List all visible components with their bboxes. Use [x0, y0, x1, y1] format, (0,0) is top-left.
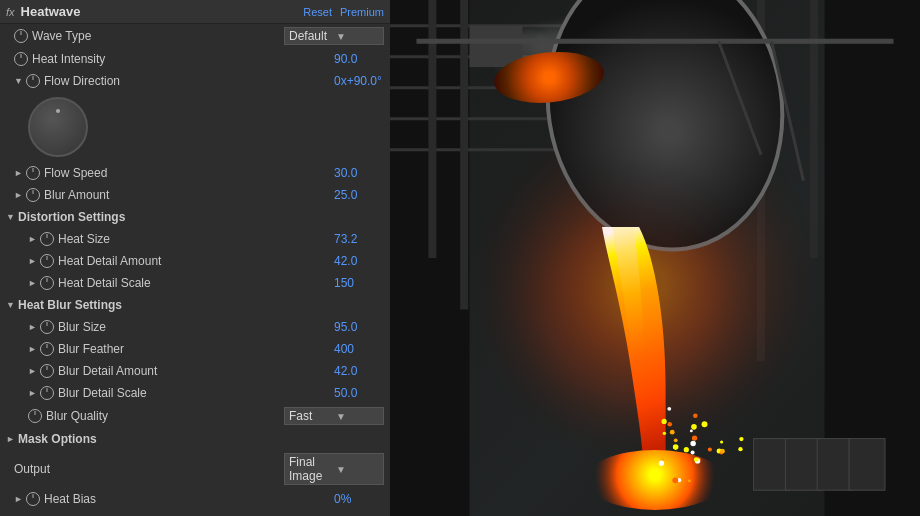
output-row: Output Final Image ▼: [0, 450, 390, 488]
blur-quality-arrow-icon: ▼: [336, 411, 379, 422]
blur-size-value[interactable]: 95.0: [334, 320, 384, 334]
heat-blur-settings-label: Heat Blur Settings: [18, 298, 122, 312]
blur-detail-scale-label: Blur Detail Scale: [58, 386, 334, 400]
wave-type-stopwatch-icon[interactable]: [14, 29, 28, 43]
distortion-settings-header: Distortion Settings: [0, 206, 390, 228]
preview-canvas: [390, 0, 920, 516]
blur-quality-value: Fast: [289, 409, 332, 423]
fx-title: Heatwave: [21, 4, 304, 19]
flow-direction-label: Flow Direction: [44, 74, 334, 88]
heat-detail-scale-row: Heat Detail Scale 150: [0, 272, 390, 294]
heat-detail-amount-label: Heat Detail Amount: [58, 254, 334, 268]
heat-bias-toggle-icon[interactable]: [14, 494, 24, 504]
blur-amount-stopwatch-icon[interactable]: [26, 188, 40, 202]
blur-detail-amount-value[interactable]: 42.0: [334, 364, 384, 378]
heat-detail-amount-stopwatch-icon[interactable]: [40, 254, 54, 268]
fx-label: fx: [6, 6, 15, 18]
output-label: Output: [14, 462, 284, 476]
blur-detail-amount-row: Blur Detail Amount 42.0: [0, 360, 390, 382]
blur-feather-row: Blur Feather 400: [0, 338, 390, 360]
blur-size-stopwatch-icon[interactable]: [40, 320, 54, 334]
wave-type-arrow-icon: ▼: [336, 31, 379, 42]
mask-options-toggle-icon[interactable]: [6, 434, 16, 444]
wave-type-dropdown[interactable]: Default ▼: [284, 27, 384, 45]
heat-intensity-row: Heat Intensity 90.0: [0, 48, 390, 70]
heat-detail-scale-stopwatch-icon[interactable]: [40, 276, 54, 290]
flow-speed-label: Flow Speed: [44, 166, 334, 180]
flow-direction-value[interactable]: 0x+90.0°: [334, 74, 384, 88]
blur-detail-amount-toggle-icon[interactable]: [28, 366, 38, 376]
flow-direction-dial-row: [0, 92, 390, 162]
reset-button[interactable]: Reset: [303, 6, 332, 18]
heat-bias-value[interactable]: 0%: [334, 492, 384, 506]
heat-size-row: Heat Size 73.2: [0, 228, 390, 250]
flow-speed-value[interactable]: 30.0: [334, 166, 384, 180]
wave-type-value: Default: [289, 29, 332, 43]
blur-feather-label: Blur Feather: [58, 342, 334, 356]
blur-amount-value[interactable]: 25.0: [334, 188, 384, 202]
output-dropdown[interactable]: Final Image ▼: [284, 453, 384, 485]
wave-type-row: Wave Type Default ▼: [0, 24, 390, 48]
heat-blur-settings-header: Heat Blur Settings: [0, 294, 390, 316]
blur-size-row: Blur Size 95.0: [0, 316, 390, 338]
blur-detail-amount-stopwatch-icon[interactable]: [40, 364, 54, 378]
heat-detail-amount-value[interactable]: 42.0: [334, 254, 384, 268]
wave-type-label: Wave Type: [32, 29, 284, 43]
heat-bias-label: Heat Bias: [44, 492, 334, 506]
fx-header: fx Heatwave Reset Premium: [0, 0, 390, 24]
blur-detail-scale-row: Blur Detail Scale 50.0: [0, 382, 390, 404]
flow-speed-row: Flow Speed 30.0: [0, 162, 390, 184]
flow-direction-stopwatch-icon[interactable]: [26, 74, 40, 88]
heat-bias-row: Heat Bias 0%: [0, 488, 390, 510]
flow-direction-dial[interactable]: [28, 97, 88, 157]
heat-intensity-stopwatch-icon[interactable]: [14, 52, 28, 66]
blur-amount-row: Blur Amount 25.0: [0, 184, 390, 206]
blur-detail-scale-stopwatch-icon[interactable]: [40, 386, 54, 400]
preview-panel: [390, 0, 920, 516]
blur-size-label: Blur Size: [58, 320, 334, 334]
blur-detail-scale-toggle-icon[interactable]: [28, 388, 38, 398]
blur-feather-value[interactable]: 400: [334, 342, 384, 356]
effects-panel: fx Heatwave Reset Premium Wave Type Defa…: [0, 0, 390, 516]
flow-direction-row: Flow Direction 0x+90.0°: [0, 70, 390, 92]
heat-detail-scale-toggle-icon[interactable]: [28, 278, 38, 288]
blur-quality-label: Blur Quality: [46, 409, 284, 423]
heat-size-stopwatch-icon[interactable]: [40, 232, 54, 246]
output-arrow-icon: ▼: [336, 464, 379, 475]
heat-size-toggle-icon[interactable]: [28, 234, 38, 244]
heat-detail-scale-label: Heat Detail Scale: [58, 276, 334, 290]
dial-indicator: [56, 109, 60, 113]
heat-bias-stopwatch-icon[interactable]: [26, 492, 40, 506]
distortion-settings-label: Distortion Settings: [18, 210, 125, 224]
flow-speed-stopwatch-icon[interactable]: [26, 166, 40, 180]
heat-size-value[interactable]: 73.2: [334, 232, 384, 246]
heat-intensity-label: Heat Intensity: [32, 52, 334, 66]
blur-feather-toggle-icon[interactable]: [28, 344, 38, 354]
blur-detail-amount-label: Blur Detail Amount: [58, 364, 334, 378]
blur-quality-row: Blur Quality Fast ▼: [0, 404, 390, 428]
mask-options-header: Mask Options: [0, 428, 390, 450]
flow-direction-toggle-icon[interactable]: [14, 76, 24, 86]
heat-detail-amount-row: Heat Detail Amount 42.0: [0, 250, 390, 272]
heat-intensity-value[interactable]: 90.0: [334, 52, 384, 66]
blur-quality-dropdown[interactable]: Fast ▼: [284, 407, 384, 425]
blur-detail-scale-value[interactable]: 50.0: [334, 386, 384, 400]
output-value: Final Image: [289, 455, 332, 483]
flow-speed-toggle-icon[interactable]: [14, 168, 24, 178]
blur-amount-toggle-icon[interactable]: [14, 190, 24, 200]
heat-blur-settings-toggle-icon[interactable]: [6, 300, 16, 310]
mask-options-label: Mask Options: [18, 432, 97, 446]
heat-size-label: Heat Size: [58, 232, 334, 246]
blur-amount-label: Blur Amount: [44, 188, 334, 202]
premium-button[interactable]: Premium: [340, 6, 384, 18]
blur-feather-stopwatch-icon[interactable]: [40, 342, 54, 356]
blur-size-toggle-icon[interactable]: [28, 322, 38, 332]
heat-detail-amount-toggle-icon[interactable]: [28, 256, 38, 266]
heat-detail-scale-value[interactable]: 150: [334, 276, 384, 290]
distortion-settings-toggle-icon[interactable]: [6, 212, 16, 222]
blur-quality-stopwatch-icon[interactable]: [28, 409, 42, 423]
